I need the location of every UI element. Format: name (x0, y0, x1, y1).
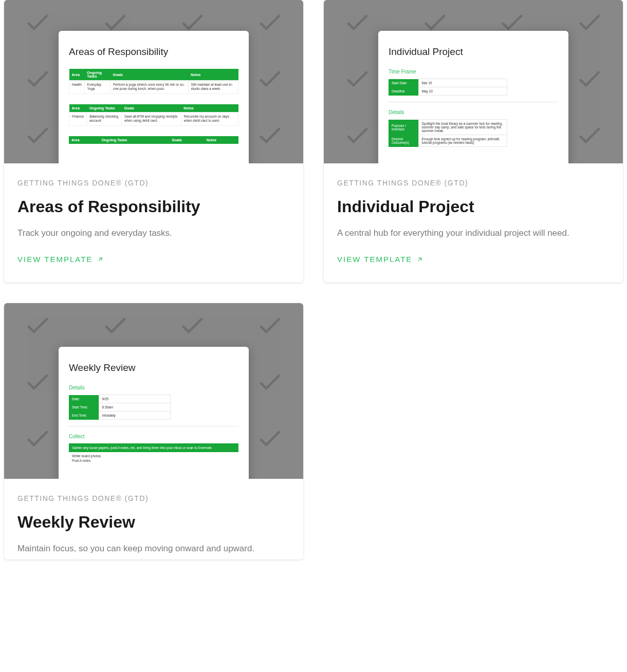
card-category: GETTING THINGS DONE® (GTD) (337, 179, 610, 187)
kv-key: Deadline (389, 87, 418, 96)
kv-table: Date:9/25 Start Time:8:30am End Time:Int… (69, 395, 171, 420)
card-details: GETTING THINGS DONE® (GTD) Areas of Resp… (4, 163, 303, 283)
template-card-weekly[interactable]: Weekly Review Details Date:9/25 Start Ti… (4, 303, 303, 559)
doc-table: Area Ongoing Tasks Goals Notes Finance B… (69, 104, 238, 126)
cell: Still maintain at least one in-studio cl… (188, 81, 238, 94)
template-card-areas[interactable]: Areas of Responsibility Area Ongoing Tas… (4, 0, 303, 283)
kv-key: Desired Outcome(s) (389, 135, 418, 147)
view-template-link[interactable]: VIEW TEMPLATE (337, 255, 423, 264)
section-label: Time Frame (389, 69, 558, 74)
tiny-text: White board photos Post-it notes (69, 452, 238, 465)
preview-doc: Weekly Review Details Date:9/25 Start Ti… (59, 347, 249, 479)
preview-doc: Individual Project Time Frame Start Date… (378, 31, 568, 163)
view-template-link[interactable]: VIEW TEMPLATE (17, 255, 104, 264)
doc-title: Areas of Responsibility (69, 46, 238, 58)
preview-doc: Areas of Responsibility Area Ongoing Tas… (59, 31, 249, 163)
col: Ongoing Tasks (84, 69, 110, 81)
col: Area (69, 69, 85, 81)
section-label: Collect (69, 434, 238, 439)
greenbar: Gather any loose papers, post-it notes, … (69, 443, 238, 452)
kv-table: Start DateMar 15 DeadlineMay 10 (389, 79, 507, 96)
arrow-up-right-icon (97, 256, 104, 263)
kv-key: Start Time: (69, 403, 99, 412)
view-template-label: VIEW TEMPLATE (17, 255, 93, 264)
col: Goals (122, 104, 181, 113)
kv-key: End Time: (69, 412, 99, 420)
kv-val: Mar 15 (418, 79, 507, 87)
kv-val: 8:30am (99, 403, 171, 412)
card-title: Weekly Review (17, 513, 290, 532)
section-label: Details (69, 385, 238, 390)
card-desc: A central hub for everything your indivi… (337, 227, 610, 240)
col: Notes (204, 136, 238, 144)
arrow-up-right-icon (416, 256, 423, 263)
kv-val: Intradaily (99, 412, 171, 420)
cell: Health (69, 81, 85, 94)
kv-val: Enough kids signed up for reading progra… (418, 135, 507, 147)
cell: Balancing checking account (87, 112, 122, 125)
card-title: Areas of Responsibility (17, 197, 290, 216)
col: Area (69, 104, 87, 113)
divider (389, 102, 558, 102)
cell: Perform a yoga stretch once every 90 min… (110, 81, 188, 94)
kv-key: Purpose / Intention (389, 120, 418, 135)
col: Goals (169, 136, 204, 144)
card-desc: Maintain focus, so you can keep moving o… (17, 542, 290, 555)
col: Ongoing Tasks (87, 104, 122, 113)
card-details: GETTING THINGS DONE® (GTD) Weekly Review… (4, 479, 303, 559)
template-card-project[interactable]: Individual Project Time Frame Start Date… (324, 0, 623, 283)
card-category: GETTING THINGS DONE® (GTD) (17, 179, 290, 187)
card-desc: Track your ongoing and everyday tasks. (17, 227, 290, 240)
cell: Finance (69, 112, 87, 125)
kv-val: Spotlight the local library as a summer … (418, 120, 507, 135)
cell: Everyday Yoga (84, 81, 110, 94)
doc-title: Weekly Review (69, 362, 238, 374)
col: Goals (110, 69, 188, 81)
card-preview: Weekly Review Details Date:9/25 Start Ti… (4, 303, 303, 479)
doc-title: Individual Project (389, 46, 558, 58)
cell: Reconcile my account on days when debit … (181, 112, 238, 125)
card-preview: Individual Project Time Frame Start Date… (324, 0, 623, 163)
doc-table: Area Ongoing Tasks Goals Notes Health Ev… (69, 69, 238, 94)
col: Ongoing Tasks (99, 136, 169, 144)
col: Notes (181, 104, 238, 113)
kv-val: 9/25 (99, 395, 171, 403)
card-category: GETTING THINGS DONE® (GTD) (17, 494, 290, 502)
kv-key: Start Date (389, 79, 418, 87)
section-label: Details (389, 109, 558, 115)
col: Area (69, 136, 99, 144)
card-details: GETTING THINGS DONE® (GTD) Individual Pr… (324, 163, 623, 283)
card-title: Individual Project (337, 197, 610, 216)
kv-val: May 10 (418, 87, 507, 96)
kv-table: Purpose / IntentionSpotlight the local l… (389, 119, 507, 147)
kv-key: Date: (69, 395, 99, 403)
col: Notes (188, 69, 238, 81)
divider (69, 426, 238, 426)
card-preview: Areas of Responsibility Area Ongoing Tas… (4, 0, 303, 163)
cell: Save all ATM and shopping receipts when … (122, 112, 181, 125)
doc-table: Area Ongoing Tasks Goals Notes (69, 136, 238, 144)
view-template-label: VIEW TEMPLATE (337, 255, 412, 264)
template-grid: Areas of Responsibility Area Ongoing Tas… (0, 0, 627, 564)
